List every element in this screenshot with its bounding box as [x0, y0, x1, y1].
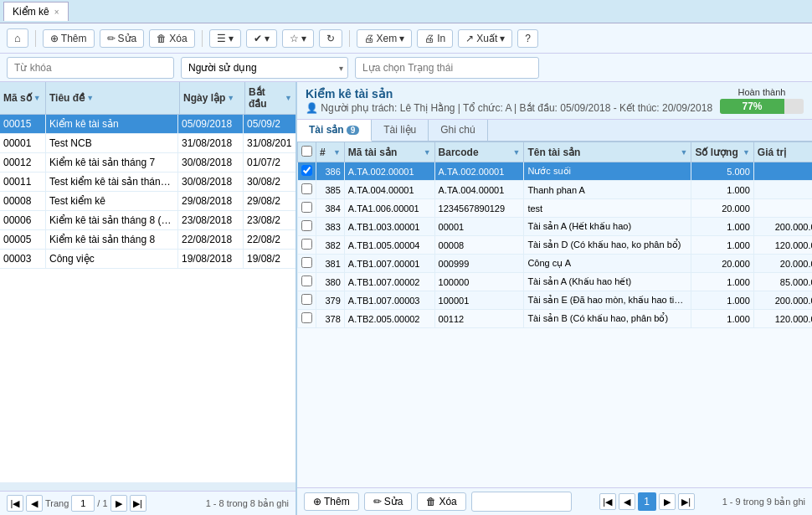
check-button[interactable]: ✔ ▾	[246, 29, 277, 48]
cell-barcode: 00112	[434, 310, 524, 328]
table-row[interactable]: 381 A.TB1.007.00001 000999 Công cụ A 20.…	[298, 255, 813, 273]
print-button[interactable]: 🖨 In	[417, 29, 453, 48]
cell-checkbox[interactable]	[298, 273, 316, 291]
cell-ma: A.TA1.006.00001	[344, 199, 434, 218]
cell-num: 378	[316, 310, 345, 328]
table-row[interactable]: 385 A.TA.004.00001 A.TA.004.00001 Thanh …	[298, 181, 813, 199]
table-row[interactable]: 378 A.TB2.005.00002 00112 Tài sản B (Có …	[298, 310, 813, 328]
col-tieude: Tiêu đề ▼	[46, 82, 180, 114]
table-row[interactable]: 00005 Kiểm kê tài sản tháng 8 22/08/2018…	[0, 230, 296, 250]
delete-button[interactable]: 🗑 Xóa	[149, 29, 194, 48]
right-tab-tàiliệu[interactable]: Tài liệu	[372, 120, 429, 141]
user-select[interactable]: Người sử dụng	[181, 57, 348, 79]
right-footer: ⊕ Thêm ✏ Sửa 🗑 Xóa |◀ ◀ 1	[297, 487, 812, 515]
prev-page-button[interactable]: ◀	[26, 495, 43, 512]
kiemke-tab[interactable]: Kiểm kê ×	[3, 2, 69, 21]
table-row[interactable]: 00011 Test kiểm kê tài sản tháng 9 30/08…	[0, 173, 296, 192]
right-next-page[interactable]: ▶	[659, 493, 676, 510]
filter-ten-icon[interactable]: ▼	[680, 148, 687, 157]
right-prev-page[interactable]: ◀	[619, 493, 635, 510]
status-input[interactable]	[355, 57, 539, 79]
cell-title: Kiểm kê tài sản	[46, 115, 178, 133]
table-row[interactable]: 386 A.TA.002.00001 A.TA.002.00001 Nước s…	[298, 162, 813, 181]
filter-maso-icon[interactable]: ▼	[33, 94, 41, 102]
toolbar: ⌂ ⊕ Thêm ✏ Sửa 🗑 Xóa ☰ ▾ ✔ ▾ ☆ ▾ ↻ 🖨 Xem…	[0, 23, 812, 54]
table-row[interactable]: 00012 Kiểm kê tài sản tháng 7 30/08/2018…	[0, 153, 296, 173]
table-row[interactable]: 383 A.TB1.003.00001 00001 Tài sản A (Hết…	[298, 218, 813, 236]
filter-ngaylap-icon[interactable]: ▼	[227, 94, 234, 102]
cell-checkbox[interactable]	[298, 255, 316, 273]
separator-1	[35, 30, 36, 47]
cell-sl: 20.000	[691, 199, 753, 218]
cell-sl: 1.000	[691, 310, 753, 328]
cell-id: 00005	[0, 230, 46, 249]
cell-id: 00012	[0, 153, 46, 172]
right-tab-ghichú[interactable]: Ghi chú	[429, 120, 487, 141]
page-total: 1	[102, 498, 107, 508]
left-table-body: 00015 Kiểm kê tài sản 05/09/2018 05/09/2…	[0, 115, 296, 482]
refresh-button[interactable]: ↻	[319, 29, 342, 48]
select-all-checkbox[interactable]	[301, 146, 312, 157]
filter-barcode-icon[interactable]: ▼	[512, 148, 520, 157]
right-add-button[interactable]: ⊕ Thêm	[304, 492, 359, 511]
filter-ma-icon[interactable]: ▼	[424, 148, 431, 157]
add-label: Thêm	[61, 33, 87, 44]
right-tab-tàisản[interactable]: Tài sản9	[297, 120, 372, 142]
next-page-button[interactable]: ▶	[110, 495, 127, 512]
edit-button[interactable]: ✏ Sửa	[100, 29, 145, 48]
left-scrollbar[interactable]	[0, 482, 296, 491]
cell-id: 00001	[0, 134, 46, 152]
home-button[interactable]: ⌂	[7, 28, 28, 48]
add-button[interactable]: ⊕ Thêm	[43, 29, 95, 48]
table-row[interactable]: 379 A.TB1.007.00003 100001 Tài sản E (Đã…	[298, 291, 813, 310]
cell-checkbox[interactable]	[298, 162, 316, 181]
first-page-button[interactable]: |◀	[7, 495, 23, 512]
last-page-button[interactable]: ▶|	[130, 495, 146, 512]
right-delete-button[interactable]: 🗑 Xóa	[417, 492, 465, 511]
cell-start: 30/08/2	[244, 173, 296, 191]
right-first-page[interactable]: |◀	[599, 493, 616, 510]
cell-checkbox[interactable]	[298, 236, 316, 255]
right-edit-button[interactable]: ✏ Sửa	[364, 492, 413, 511]
filter-batdau-icon[interactable]: ▼	[285, 94, 292, 102]
menu-button[interactable]: ☰ ▾	[209, 29, 241, 48]
table-row[interactable]: 00003 Công việc 19/08/2018 19/08/2	[0, 250, 296, 269]
cell-checkbox[interactable]	[298, 310, 316, 328]
filter-num-icon[interactable]: ▼	[333, 148, 341, 157]
cell-barcode: 000999	[434, 255, 524, 273]
cell-ma: A.TB1.005.00004	[344, 236, 434, 255]
person-icon: 👤	[306, 102, 321, 114]
table-row[interactable]: 00006 Kiểm kê tài sản tháng 8 (đợt 2) 23…	[0, 211, 296, 230]
right-last-page[interactable]: ▶|	[678, 493, 695, 510]
right-table-wrap[interactable]: #▼ Mã tài sản▼ Barcode▼ Tên tài sản▼ Số	[297, 142, 812, 487]
cell-checkbox[interactable]	[298, 199, 316, 218]
cell-checkbox[interactable]	[298, 218, 316, 236]
filter-tieude-icon[interactable]: ▼	[86, 94, 94, 102]
view-button[interactable]: 🖨 Xem ▾	[357, 29, 413, 48]
left-table-header: Mã số ▼ Tiêu đề ▼ Ngày lập ▼ Bắt đầu ▼	[0, 82, 296, 115]
cell-checkbox[interactable]	[298, 181, 316, 199]
table-row[interactable]: 380 A.TB1.007.00002 100000 Tài sản A (Kh…	[298, 273, 813, 291]
page-input[interactable]	[71, 495, 95, 512]
cell-sl: 20.000	[691, 255, 753, 273]
home-icon: ⌂	[14, 32, 21, 44]
cell-ten: Nước suối	[524, 162, 691, 181]
table-row[interactable]: 00008 Test kiểm kê 29/08/2018 29/08/2	[0, 192, 296, 211]
right-table: #▼ Mã tài sản▼ Barcode▼ Tên tài sản▼ Số	[297, 142, 812, 328]
help-button[interactable]: ?	[517, 29, 538, 48]
cell-checkbox[interactable]	[298, 291, 316, 310]
table-row[interactable]: 00001 Test NCB 31/08/2018 31/08/201	[0, 134, 296, 153]
cell-num: 385	[316, 181, 345, 199]
table-row[interactable]: 384 A.TA1.006.00001 1234567890129 test 2…	[298, 199, 813, 218]
keyword-input[interactable]	[7, 57, 174, 79]
cell-gt: 0,00	[753, 199, 812, 218]
right-search-input[interactable]	[471, 492, 572, 512]
export-button[interactable]: ↗ Xuất ▾	[458, 29, 512, 48]
refresh-icon: ↻	[326, 33, 335, 44]
right-page-1[interactable]: 1	[638, 492, 656, 511]
close-tab-icon[interactable]: ×	[54, 8, 59, 17]
table-row[interactable]: 382 A.TB1.005.00004 00008 Tài sản D (Có …	[298, 236, 813, 255]
filter-sl-icon[interactable]: ▼	[743, 148, 750, 157]
table-row[interactable]: 00015 Kiểm kê tài sản 05/09/2018 05/09/2	[0, 115, 296, 134]
star-button[interactable]: ☆ ▾	[282, 29, 314, 48]
